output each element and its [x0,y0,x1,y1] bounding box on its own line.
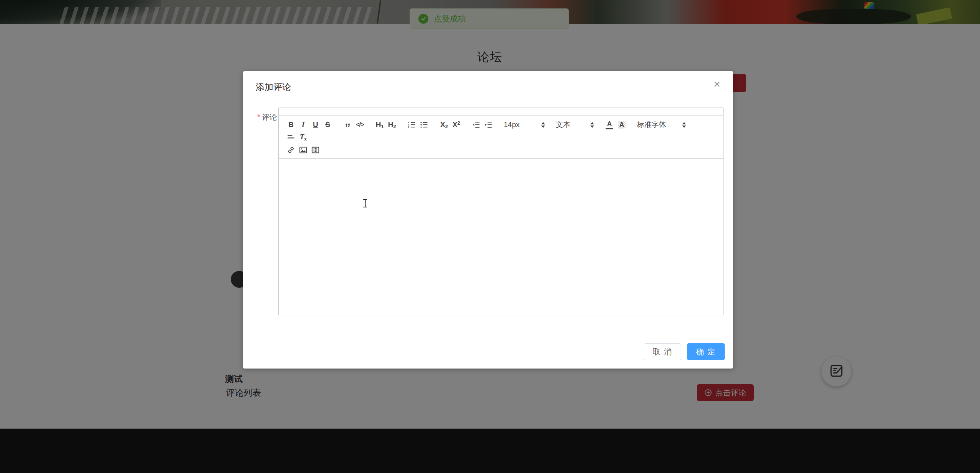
format-value: 文本 [556,120,570,130]
toolbar-row-2 [285,144,717,156]
font-size-value: 14px [504,121,519,129]
editor-toolbar: B I U S ” </> H1 H2 [279,116,723,159]
sub-letter: X [440,121,445,129]
chevron-updown-icon [590,122,594,128]
dialog-header: 添加评论 × [243,71,733,100]
header1-button[interactable]: H1 [374,119,385,131]
required-asterisk: * [257,113,260,121]
font-color-button[interactable]: A [604,119,615,131]
subscript-button[interactable]: X2 [438,119,450,131]
video-button[interactable] [310,144,321,156]
toolbar-group-block: ” </> [341,119,366,131]
underline-button[interactable]: U [310,119,321,131]
align-button[interactable] [285,131,297,143]
bullet-list-button[interactable] [418,119,430,131]
chevron-updown-icon [541,122,545,128]
blockquote-button[interactable]: ” [342,119,353,131]
italic-button[interactable]: I [297,119,309,131]
chevron-updown-icon [682,122,686,128]
toolbar-group-indent [470,119,495,131]
link-button[interactable] [285,144,297,156]
image-button[interactable] [297,144,309,156]
header2-button[interactable]: H2 [386,119,398,131]
toolbar-row-1: B I U S ” </> H1 H2 [285,119,717,143]
dialog-footer: 取 消 确 定 [644,343,725,360]
bold-button[interactable]: B [285,119,297,131]
editor-content-area[interactable] [279,159,723,315]
superscript-button[interactable]: X2 [451,119,462,131]
color-letter: A [607,121,612,127]
h2-number: 2 [393,124,396,129]
font-family-select[interactable]: 标准字体 [635,119,688,131]
color-bar [606,128,613,129]
background-color-button[interactable]: A [616,119,627,131]
dialog-title: 添加评论 [256,81,291,93]
rich-text-editor: B I U S ” </> H1 H2 [278,108,724,315]
toolbar-group-align-clean: Tx [285,131,309,143]
close-icon[interactable]: × [709,77,725,92]
toolbar-group-basic: B I U S [285,119,334,131]
add-comment-dialog: 添加评论 × *评论 B I U S ” </> H1 H2 [243,71,733,369]
sub-number: 2 [445,124,448,129]
background-letter: A [618,121,626,129]
comment-label-text: 评论 [262,113,277,121]
clean-x: x [304,136,307,142]
sup-letter: X [452,121,457,129]
toolbar-group-lists [406,119,430,131]
indent-button[interactable] [483,119,494,131]
code-block-button[interactable]: </> [354,119,366,131]
toolbar-group-script: X2 X2 [438,119,462,131]
clear-format-button[interactable]: Tx [297,131,309,143]
toolbar-group-headers: H1 H2 [374,119,398,131]
outdent-button[interactable] [470,119,482,131]
strikethrough-button[interactable]: S [322,119,333,131]
h2-letter: H [388,121,394,129]
format-select[interactable]: 文本 [554,119,596,131]
sup-number: 2 [457,121,460,126]
toolbar-group-colors: A A [603,119,628,131]
ordered-list-button[interactable] [406,119,418,131]
font-size-select[interactable]: 14px [502,119,547,131]
font-family-value: 标准字体 [637,120,666,130]
toolbar-group-media [285,144,322,156]
h1-number: 1 [381,124,384,129]
editor-top-strip [279,108,723,116]
comment-field-label: *评论 [257,109,276,125]
confirm-button[interactable]: 确 定 [687,343,725,360]
clean-letter: T [300,133,304,141]
text-cursor-icon [363,198,368,208]
h1-letter: H [376,121,381,129]
cancel-button[interactable]: 取 消 [644,343,681,360]
